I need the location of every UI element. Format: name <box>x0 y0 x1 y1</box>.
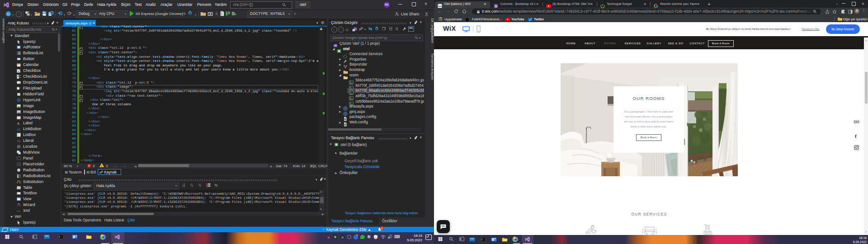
svg-text:[]: [] <box>17 140 20 143</box>
svg-text:wix: wix <box>438 5 442 7</box>
svg-text:<>: <> <box>17 210 20 213</box>
svg-text:B: B <box>495 5 497 8</box>
svg-text:LB: LB <box>17 128 20 131</box>
svg-text:A: A <box>17 122 19 125</box>
